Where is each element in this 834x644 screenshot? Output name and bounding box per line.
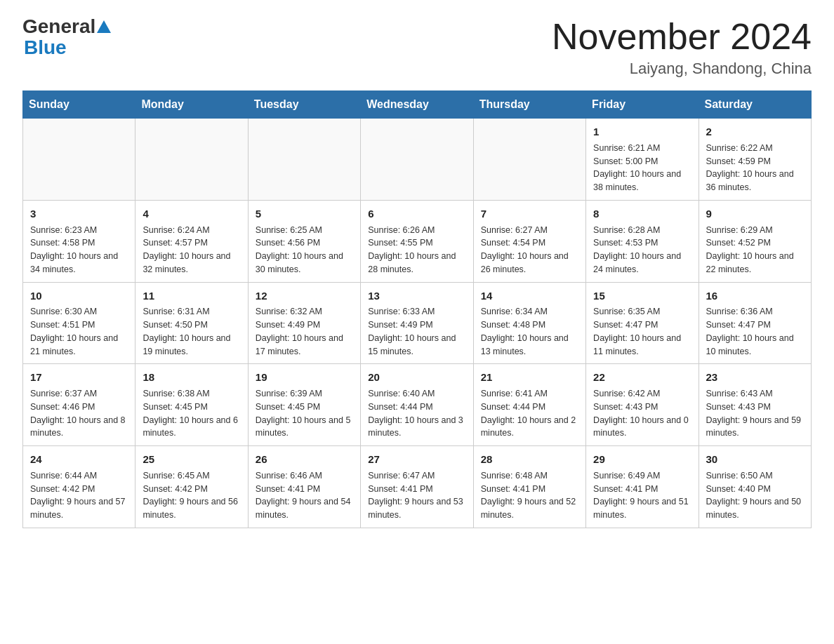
calendar-cell: 6Sunrise: 6:26 AMSunset: 4:55 PMDaylight… xyxy=(361,200,473,282)
calendar-cell: 23Sunrise: 6:43 AMSunset: 4:43 PMDayligh… xyxy=(699,364,811,446)
calendar-cell: 22Sunrise: 6:42 AMSunset: 4:43 PMDayligh… xyxy=(586,364,699,446)
day-info: Sunrise: 6:44 AMSunset: 4:42 PMDaylight:… xyxy=(30,469,128,522)
day-number: 28 xyxy=(481,452,578,467)
day-info: Sunrise: 6:37 AMSunset: 4:46 PMDaylight:… xyxy=(30,387,128,440)
calendar-cell: 17Sunrise: 6:37 AMSunset: 4:46 PMDayligh… xyxy=(23,364,135,446)
calendar-cell: 4Sunrise: 6:24 AMSunset: 4:57 PMDaylight… xyxy=(135,200,248,282)
day-info: Sunrise: 6:39 AMSunset: 4:45 PMDaylight:… xyxy=(256,387,353,440)
calendar-cell: 7Sunrise: 6:27 AMSunset: 4:54 PMDaylight… xyxy=(473,200,585,282)
calendar-cell: 10Sunrise: 6:30 AMSunset: 4:51 PMDayligh… xyxy=(23,282,135,364)
day-number: 8 xyxy=(593,206,691,222)
day-number: 12 xyxy=(256,288,353,304)
calendar-cell: 5Sunrise: 6:25 AMSunset: 4:56 PMDaylight… xyxy=(248,200,360,282)
day-number: 1 xyxy=(593,124,691,140)
calendar-cell xyxy=(473,119,585,201)
calendar-cell: 9Sunrise: 6:29 AMSunset: 4:52 PMDaylight… xyxy=(699,200,811,282)
month-title: November 2024 xyxy=(552,17,812,57)
calendar-week-row: 17Sunrise: 6:37 AMSunset: 4:46 PMDayligh… xyxy=(23,364,812,446)
calendar-cell: 24Sunrise: 6:44 AMSunset: 4:42 PMDayligh… xyxy=(23,446,135,528)
location-text: Laiyang, Shandong, China xyxy=(552,60,812,78)
day-info: Sunrise: 6:50 AMSunset: 4:40 PMDaylight:… xyxy=(706,469,804,522)
day-info: Sunrise: 6:22 AMSunset: 4:59 PMDaylight:… xyxy=(706,142,804,194)
day-info: Sunrise: 6:42 AMSunset: 4:43 PMDaylight:… xyxy=(593,387,691,440)
weekday-header-thursday: Thursday xyxy=(473,91,585,119)
day-info: Sunrise: 6:30 AMSunset: 4:51 PMDaylight:… xyxy=(30,305,128,358)
calendar-cell: 8Sunrise: 6:28 AMSunset: 4:53 PMDaylight… xyxy=(586,200,699,282)
calendar-cell: 21Sunrise: 6:41 AMSunset: 4:44 PMDayligh… xyxy=(473,364,585,446)
day-info: Sunrise: 6:34 AMSunset: 4:48 PMDaylight:… xyxy=(481,305,578,358)
day-info: Sunrise: 6:36 AMSunset: 4:47 PMDaylight:… xyxy=(706,305,804,358)
calendar-week-row: 10Sunrise: 6:30 AMSunset: 4:51 PMDayligh… xyxy=(23,282,812,364)
day-info: Sunrise: 6:40 AMSunset: 4:44 PMDaylight:… xyxy=(368,387,465,440)
day-info: Sunrise: 6:48 AMSunset: 4:41 PMDaylight:… xyxy=(481,469,578,522)
day-number: 10 xyxy=(30,288,128,304)
weekday-header-tuesday: Tuesday xyxy=(248,91,360,119)
day-number: 6 xyxy=(368,206,465,222)
day-info: Sunrise: 6:26 AMSunset: 4:55 PMDaylight:… xyxy=(368,224,465,276)
day-info: Sunrise: 6:47 AMSunset: 4:41 PMDaylight:… xyxy=(368,469,465,522)
day-number: 17 xyxy=(30,370,128,385)
calendar-cell: 2Sunrise: 6:22 AMSunset: 4:59 PMDaylight… xyxy=(699,119,811,201)
calendar-cell: 18Sunrise: 6:38 AMSunset: 4:45 PMDayligh… xyxy=(135,364,248,446)
day-number: 3 xyxy=(30,206,128,222)
logo-blue-text: Blue xyxy=(24,36,67,58)
calendar-cell: 13Sunrise: 6:33 AMSunset: 4:49 PMDayligh… xyxy=(361,282,473,364)
day-info: Sunrise: 6:32 AMSunset: 4:49 PMDaylight:… xyxy=(256,305,353,358)
day-info: Sunrise: 6:43 AMSunset: 4:43 PMDaylight:… xyxy=(706,387,804,440)
calendar-cell xyxy=(361,119,473,201)
weekday-header-wednesday: Wednesday xyxy=(361,91,473,119)
title-block: November 2024 Laiyang, Shandong, China xyxy=(552,17,812,78)
calendar-cell: 11Sunrise: 6:31 AMSunset: 4:50 PMDayligh… xyxy=(135,282,248,364)
day-number: 29 xyxy=(593,452,691,467)
logo: General Blue xyxy=(22,17,112,59)
day-info: Sunrise: 6:33 AMSunset: 4:49 PMDaylight:… xyxy=(368,305,465,358)
calendar-cell: 1Sunrise: 6:21 AMSunset: 5:00 PMDaylight… xyxy=(586,119,699,201)
day-number: 30 xyxy=(706,452,804,467)
day-number: 2 xyxy=(706,124,804,140)
day-number: 13 xyxy=(368,288,465,304)
calendar-cell: 15Sunrise: 6:35 AMSunset: 4:47 PMDayligh… xyxy=(586,282,699,364)
day-number: 14 xyxy=(481,288,578,304)
day-info: Sunrise: 6:25 AMSunset: 4:56 PMDaylight:… xyxy=(256,224,353,276)
day-info: Sunrise: 6:21 AMSunset: 5:00 PMDaylight:… xyxy=(593,142,691,194)
calendar-cell xyxy=(248,119,360,201)
day-info: Sunrise: 6:38 AMSunset: 4:45 PMDaylight:… xyxy=(143,387,240,440)
day-info: Sunrise: 6:45 AMSunset: 4:42 PMDaylight:… xyxy=(143,469,240,522)
calendar-body: 1Sunrise: 6:21 AMSunset: 5:00 PMDaylight… xyxy=(23,119,812,528)
calendar-cell: 14Sunrise: 6:34 AMSunset: 4:48 PMDayligh… xyxy=(473,282,585,364)
day-number: 24 xyxy=(30,452,128,467)
calendar-cell: 26Sunrise: 6:46 AMSunset: 4:41 PMDayligh… xyxy=(248,446,360,528)
calendar-week-row: 24Sunrise: 6:44 AMSunset: 4:42 PMDayligh… xyxy=(23,446,812,528)
weekday-header-monday: Monday xyxy=(135,91,248,119)
day-number: 23 xyxy=(706,370,804,385)
calendar-cell: 29Sunrise: 6:49 AMSunset: 4:41 PMDayligh… xyxy=(586,446,699,528)
calendar-cell: 20Sunrise: 6:40 AMSunset: 4:44 PMDayligh… xyxy=(361,364,473,446)
day-info: Sunrise: 6:23 AMSunset: 4:58 PMDaylight:… xyxy=(30,224,128,276)
day-number: 9 xyxy=(706,206,804,222)
day-number: 20 xyxy=(368,370,465,385)
day-info: Sunrise: 6:29 AMSunset: 4:52 PMDaylight:… xyxy=(706,224,804,276)
day-info: Sunrise: 6:49 AMSunset: 4:41 PMDaylight:… xyxy=(593,469,691,522)
day-info: Sunrise: 6:41 AMSunset: 4:44 PMDaylight:… xyxy=(481,387,578,440)
calendar-cell: 19Sunrise: 6:39 AMSunset: 4:45 PMDayligh… xyxy=(248,364,360,446)
day-info: Sunrise: 6:27 AMSunset: 4:54 PMDaylight:… xyxy=(481,224,578,276)
day-number: 11 xyxy=(143,288,240,304)
calendar-header: SundayMondayTuesdayWednesdayThursdayFrid… xyxy=(23,91,812,119)
calendar-cell: 16Sunrise: 6:36 AMSunset: 4:47 PMDayligh… xyxy=(699,282,811,364)
calendar-week-row: 1Sunrise: 6:21 AMSunset: 5:00 PMDaylight… xyxy=(23,119,812,201)
day-number: 7 xyxy=(481,206,578,222)
day-number: 22 xyxy=(593,370,691,385)
calendar-cell: 25Sunrise: 6:45 AMSunset: 4:42 PMDayligh… xyxy=(135,446,248,528)
calendar-cell: 28Sunrise: 6:48 AMSunset: 4:41 PMDayligh… xyxy=(473,446,585,528)
logo-triangle-icon xyxy=(97,20,111,33)
day-number: 19 xyxy=(256,370,353,385)
day-number: 16 xyxy=(706,288,804,304)
calendar-cell: 27Sunrise: 6:47 AMSunset: 4:41 PMDayligh… xyxy=(361,446,473,528)
calendar-table: SundayMondayTuesdayWednesdayThursdayFrid… xyxy=(22,90,812,528)
day-number: 25 xyxy=(143,452,240,467)
calendar-cell xyxy=(23,119,135,201)
calendar-cell: 12Sunrise: 6:32 AMSunset: 4:49 PMDayligh… xyxy=(248,282,360,364)
day-number: 15 xyxy=(593,288,691,304)
day-info: Sunrise: 6:31 AMSunset: 4:50 PMDaylight:… xyxy=(143,305,240,358)
page-header: General Blue November 2024 Laiyang, Shan… xyxy=(22,17,812,78)
